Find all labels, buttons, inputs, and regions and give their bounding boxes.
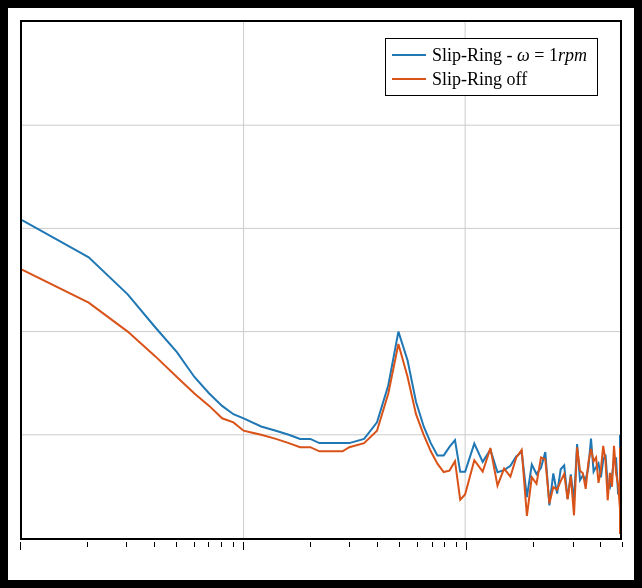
legend: Slip-Ring - ω = 1rpm Slip-Ring off bbox=[385, 38, 598, 96]
legend-entry-0: Slip-Ring - ω = 1rpm bbox=[392, 43, 587, 67]
legend-label-1: Slip-Ring off bbox=[432, 69, 527, 90]
series-slip-ring-on bbox=[22, 220, 620, 505]
chart-svg bbox=[22, 22, 620, 538]
legend-swatch-0 bbox=[392, 54, 426, 57]
x-ticks bbox=[20, 542, 622, 552]
legend-entry-1: Slip-Ring off bbox=[392, 67, 587, 91]
chart-frame: Slip-Ring - ω = 1rpm Slip-Ring off bbox=[8, 8, 634, 580]
legend-label-0: Slip-Ring - ω = 1rpm bbox=[432, 45, 587, 66]
series-slip-ring-off bbox=[22, 270, 620, 534]
plot-area: Slip-Ring - ω = 1rpm Slip-Ring off bbox=[20, 20, 622, 540]
legend-swatch-1 bbox=[392, 78, 426, 81]
